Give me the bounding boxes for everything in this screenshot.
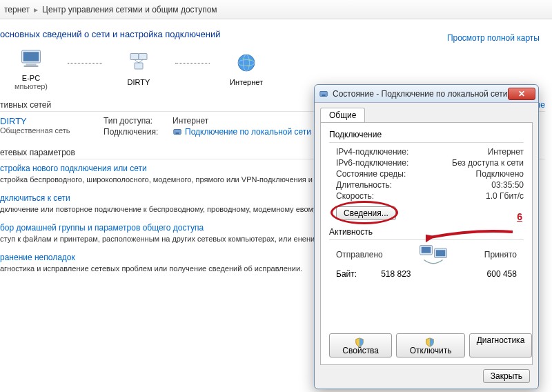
close-button[interactable]: ✕	[508, 88, 535, 100]
ipv6-value: Без доступа к сети	[452, 158, 524, 168]
lan-connection-link[interactable]: Подключение по локальной сети	[185, 127, 311, 137]
media-state-label: Состояние среды:	[336, 169, 406, 179]
separator	[329, 142, 524, 143]
svg-rect-13	[175, 133, 179, 135]
network-icon	[126, 50, 151, 75]
access-type-label: Тип доступа:	[103, 116, 172, 126]
bytes-received-value: 600 458	[487, 269, 517, 279]
sent-label: Отправлено	[336, 250, 383, 259]
svg-rect-6	[135, 63, 143, 69]
node-label: DIRTY	[128, 78, 150, 86]
node-label: Интернет	[230, 78, 263, 86]
disable-button[interactable]: Отключить	[396, 333, 464, 357]
svg-rect-5	[139, 54, 147, 60]
svg-line-7	[135, 60, 139, 63]
section-title-active-networks: тивных сетей	[0, 100, 51, 110]
connections-label: Подключения:	[103, 127, 172, 137]
network-name[interactable]: DIRTY	[0, 116, 103, 126]
svg-rect-19	[436, 250, 446, 256]
diagnose-button[interactable]: Диагностика	[469, 333, 532, 357]
close-dialog-button[interactable]: Закрыть	[483, 369, 530, 383]
ipv4-value: Интернет	[488, 147, 524, 157]
ipv6-label: IPv6-подключение:	[336, 158, 408, 168]
node-internet: Интернет	[215, 50, 277, 86]
globe-icon	[234, 50, 259, 75]
speed-value: 1.0 Гбит/с	[486, 191, 524, 201]
tabstrip: Общие	[315, 103, 538, 122]
tab-body: Подключение IPv4-подключение:Интернет IP…	[320, 122, 533, 365]
dialog-title: Состояние - Подключение по локальной сет…	[333, 89, 508, 99]
view-full-map-link[interactable]: Просмотр полной карты	[447, 33, 540, 43]
network-type: Общественная сеть	[0, 126, 103, 135]
bytes-label: Байт:	[336, 269, 357, 279]
svg-point-9	[238, 55, 255, 71]
activity-monitors-icon	[417, 244, 450, 265]
node-label: E-PC	[22, 74, 40, 82]
speed-label: Скорость:	[336, 191, 374, 201]
node-this-pc: E-PCмпьютер)	[0, 46, 62, 90]
ipv4-label: IPv4-подключение:	[336, 147, 408, 157]
node-router: DIRTY	[108, 50, 170, 86]
dialog-titlebar[interactable]: Состояние - Подключение по локальной сет…	[315, 85, 538, 103]
tab-general[interactable]: Общие	[320, 108, 365, 123]
ethernet-icon	[172, 127, 182, 137]
close-icon: ✕	[518, 89, 525, 99]
shield-icon	[355, 337, 364, 347]
node-sublabel: мпьютер)	[14, 82, 48, 90]
breadcrumb: тернет ▸ Центр управления сетями и общим…	[0, 0, 552, 19]
group-activity-title: Активность	[329, 227, 524, 237]
details-button[interactable]: Сведения...	[336, 206, 396, 220]
media-state-value: Подключено	[476, 169, 524, 179]
group-activity: Активность Отправлено Принято Байт:	[329, 227, 524, 279]
svg-rect-4	[130, 54, 139, 60]
connector-line	[175, 63, 210, 63]
connector-line	[68, 63, 102, 63]
ethernet-icon	[319, 89, 328, 99]
separator	[329, 239, 524, 240]
svg-rect-17	[422, 247, 431, 253]
svg-rect-15	[322, 94, 325, 96]
computer-icon	[19, 46, 43, 71]
received-label: Принято	[484, 250, 517, 259]
access-type-value: Интернет	[172, 116, 208, 126]
svg-rect-3	[24, 66, 39, 67]
shield-icon	[425, 337, 435, 347]
bytes-sent-value: 518 823	[381, 269, 411, 279]
duration-label: Длительность:	[336, 180, 392, 190]
chevron-right-icon: ▸	[34, 5, 38, 14]
group-connection: Подключение	[329, 130, 524, 139]
svg-rect-1	[23, 52, 39, 61]
annotation-number: 6	[517, 211, 522, 222]
svg-line-8	[139, 60, 143, 63]
duration-value: 03:35:50	[491, 180, 524, 190]
properties-button[interactable]: Свойства	[329, 333, 392, 357]
status-dialog: Состояние - Подключение по локальной сет…	[314, 84, 539, 389]
breadcrumb-segment[interactable]: Центр управления сетями и общим доступом	[42, 5, 217, 14]
breadcrumb-segment[interactable]: тернет	[4, 5, 30, 14]
svg-rect-2	[26, 64, 37, 66]
